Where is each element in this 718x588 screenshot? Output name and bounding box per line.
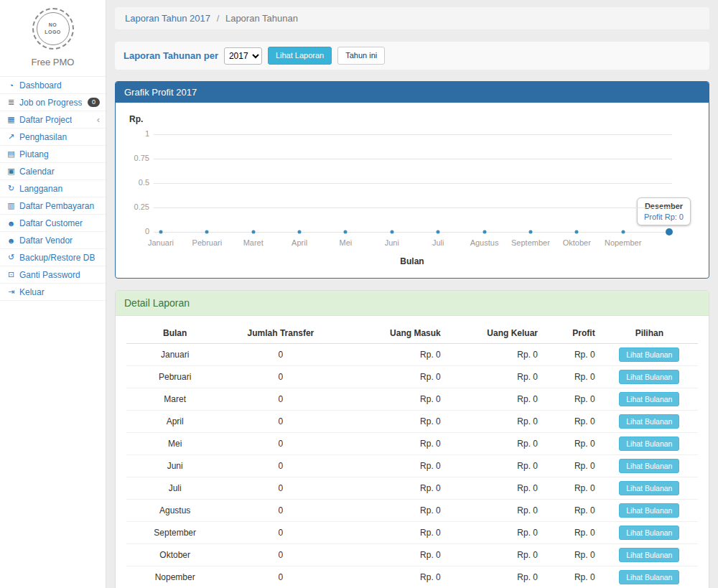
this-year-button[interactable]: Tahun ini <box>337 47 385 65</box>
view-monthly-button-januari[interactable]: Lihat Bulanan <box>619 347 679 362</box>
sidebar-item-daftar-pembayaran[interactable]: ▥Daftar Pembayaran <box>0 197 106 215</box>
cell-keluar: Rp. 0 <box>447 366 544 388</box>
view-monthly-button-mei[interactable]: Lihat Bulanan <box>619 437 679 451</box>
cell-bulan: Agustus <box>126 500 223 522</box>
users-icon: ☻ <box>6 219 17 228</box>
x-tick-label: Oktober <box>563 238 591 247</box>
year-select[interactable]: 2017 <box>224 47 262 65</box>
chart-point-juni[interactable] <box>390 230 393 234</box>
cell-keluar: Rp. 0 <box>447 544 544 566</box>
sidebar-item-keluar[interactable]: ⇥Keluar <box>0 284 106 301</box>
x-tick-label: Mei <box>340 238 353 247</box>
view-monthly-button-pebruari[interactable]: Lihat Bulanan <box>619 370 679 384</box>
chart-point-agustus[interactable] <box>482 230 486 234</box>
view-monthly-button-april[interactable]: Lihat Bulanan <box>619 414 679 429</box>
sidebar-item-daftar-customer[interactable]: ☻Daftar Customer <box>0 215 106 232</box>
x-tick-label: Nopember <box>605 238 641 247</box>
sidebar-item-dashboard[interactable]: ◔Dashboard <box>0 77 106 94</box>
sidebar-item-label: Penghasilan <box>19 132 67 142</box>
breadcrumb-current: Laporan Tahunan <box>225 13 298 24</box>
table-row: Juni0Rp. 0Rp. 0Rp. 0Lihat Bulanan <box>126 455 698 477</box>
chart-point-oktober[interactable] <box>575 230 579 234</box>
sidebar-item-penghasilan[interactable]: ↗Penghasilan <box>0 129 106 146</box>
chart-panel-title: Grafik Profit 2017 <box>116 82 709 103</box>
tasks-icon: ≣ <box>6 98 17 107</box>
view-monthly-button-september[interactable]: Lihat Bulanan <box>619 526 679 540</box>
sidebar-item-label: Calendar <box>19 167 55 177</box>
view-monthly-button-juli[interactable]: Lihat Bulanan <box>619 481 679 495</box>
chart-point-nopember[interactable] <box>621 230 625 234</box>
payment-icon: ▥ <box>6 201 17 210</box>
sidebar-item-job-on-progress[interactable]: ≣Job on Progress0 <box>0 94 106 111</box>
chart-point-januari[interactable] <box>159 230 163 234</box>
view-monthly-button-nopember[interactable]: Lihat Bulanan <box>619 570 679 584</box>
sidebar-item-daftar-project[interactable]: ▦Daftar Project‹ <box>0 111 106 129</box>
cell-transfer: 0 <box>223 344 337 366</box>
breadcrumb-link-laporan-tahun[interactable]: Laporan Tahun 2017 <box>125 13 210 24</box>
cell-bulan: Nopember <box>126 566 223 588</box>
sidebar-item-label: Daftar Vendor <box>19 235 73 246</box>
gridline <box>154 183 672 184</box>
cell-masuk: Rp. 0 <box>338 455 447 477</box>
line-chart-icon: ↗ <box>6 132 17 141</box>
cell-keluar: Rp. 0 <box>447 388 544 411</box>
cell-transfer: 0 <box>223 388 337 411</box>
detail-table-wrap: BulanJumlah TransferUang MasukUang Kelua… <box>116 316 709 588</box>
cell-profit: Rp. 0 <box>544 344 601 366</box>
chart-point-september[interactable] <box>528 230 532 234</box>
view-monthly-button-maret[interactable]: Lihat Bulanan <box>619 392 679 406</box>
sidebar-item-label: Daftar Pembayaran <box>19 201 94 211</box>
cell-masuk: Rp. 0 <box>338 566 447 588</box>
chart-point-desember[interactable] <box>666 228 673 235</box>
no-logo-stamp-icon: NO LOGO <box>32 8 74 50</box>
x-tick-label: Maret <box>243 238 264 247</box>
y-axis-title: Rp. <box>129 114 698 124</box>
cell-pilihan: Lihat Bulanan <box>601 366 698 388</box>
cell-transfer: 0 <box>223 455 337 477</box>
cell-bulan: Mei <box>126 433 223 455</box>
detail-report-panel: Detail Laporan BulanJumlah TransferUang … <box>115 290 709 588</box>
cell-masuk: Rp. 0 <box>338 411 447 433</box>
cell-profit: Rp. 0 <box>544 566 601 588</box>
refresh-icon: ↻ <box>6 184 17 193</box>
sidebar-item-backup-restore-db[interactable]: ↺Backup/Restore DB <box>0 249 106 266</box>
table-icon: ▦ <box>6 115 17 124</box>
cell-bulan: Januari <box>126 344 223 366</box>
sidebar-item-daftar-vendor[interactable]: ☻Daftar Vendor <box>0 232 106 249</box>
credit-card-icon: ▤ <box>6 149 17 159</box>
y-tick-label: 0.75 <box>134 154 149 163</box>
chart-point-maret[interactable] <box>251 230 255 234</box>
sidebar-item-label: Keluar <box>19 287 45 297</box>
sidebar-item-ganti-password[interactable]: ⊡Ganti Password <box>0 266 106 284</box>
cell-profit: Rp. 0 <box>544 388 601 411</box>
cell-transfer: 0 <box>223 477 337 500</box>
cell-profit: Rp. 0 <box>544 522 601 544</box>
chart-point-april[interactable] <box>298 230 302 234</box>
chart-point-juli[interactable] <box>437 230 440 234</box>
sidebar-item-langganan[interactable]: ↻Langganan <box>0 180 106 197</box>
view-monthly-button-juni[interactable]: Lihat Bulanan <box>619 459 679 473</box>
chart-point-mei[interactable] <box>344 230 348 234</box>
cell-masuk: Rp. 0 <box>338 522 447 544</box>
sidebar: NO LOGO Free PMO ◔Dashboard≣Job on Progr… <box>0 0 106 588</box>
sidebar-item-label: Dashboard <box>19 80 62 90</box>
view-monthly-button-agustus[interactable]: Lihat Bulanan <box>619 503 679 518</box>
view-monthly-button-oktober[interactable]: Lihat Bulanan <box>619 548 679 562</box>
cell-profit: Rp. 0 <box>544 411 601 433</box>
table-row: Juli0Rp. 0Rp. 0Rp. 0Lihat Bulanan <box>126 477 698 500</box>
sidebar-item-piutang[interactable]: ▤Piutang <box>0 146 106 163</box>
cell-profit: Rp. 0 <box>544 544 601 566</box>
gridline <box>154 207 672 208</box>
sidebar-item-calendar[interactable]: ▣Calendar <box>0 163 106 180</box>
report-filter-bar: Laporan Tahunan per 2017 Lihat Laporan T… <box>115 42 709 70</box>
y-tick-label: 0.25 <box>134 203 149 212</box>
sidebar-item-label: Ganti Password <box>19 270 80 280</box>
view-report-button[interactable]: Lihat Laporan <box>268 47 332 65</box>
chart-point-pebruari[interactable] <box>205 230 209 234</box>
chart-body: Rp. Desember Profit Rp: 0 00.250.50.751J… <box>116 103 709 278</box>
x-axis-title: Bulan <box>126 256 698 266</box>
sidebar-item-label: Daftar Customer <box>19 218 83 228</box>
breadcrumb-separator: / <box>217 13 220 24</box>
column-header-uang-masuk: Uang Masuk <box>338 323 447 344</box>
tooltip-profit: Profit Rp: 0 <box>644 213 684 221</box>
